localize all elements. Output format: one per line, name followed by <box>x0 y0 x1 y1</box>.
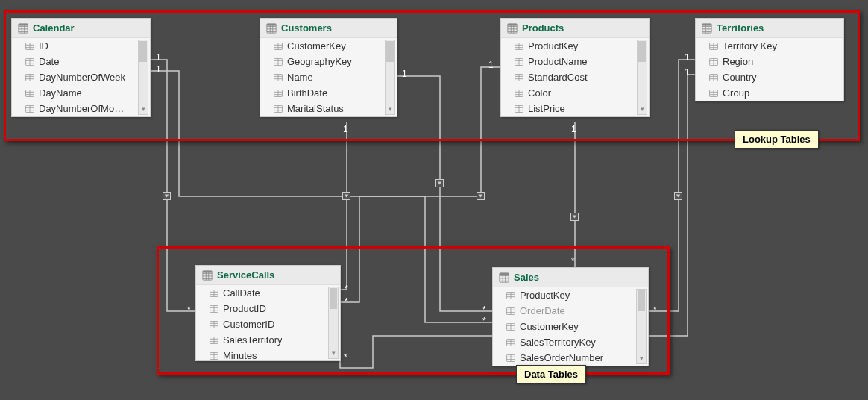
field-row[interactable]: ProductID <box>196 301 340 316</box>
field-row[interactable]: CallDate <box>196 285 340 301</box>
field-label: ListPrice <box>528 103 565 114</box>
field-row[interactable]: StandardCost <box>501 69 649 85</box>
field-row[interactable]: ProductKey <box>501 38 649 54</box>
field-label: Country <box>723 72 757 83</box>
filter-direction-icon <box>674 192 682 200</box>
field-row[interactable]: BirthDate <box>260 85 397 101</box>
column-icon <box>274 58 283 66</box>
column-icon <box>515 105 523 113</box>
card-many: * <box>345 296 348 307</box>
column-icon <box>210 337 218 344</box>
field-label: StandardCost <box>528 72 588 83</box>
field-row[interactable]: SalesTerritory <box>196 332 340 348</box>
field-row[interactable]: CustomerID <box>196 316 340 332</box>
table-icon <box>202 270 213 281</box>
column-icon <box>210 321 218 328</box>
table-icon <box>507 23 518 34</box>
field-label: DayName <box>39 87 82 99</box>
column-icon <box>506 354 515 362</box>
table-calendar[interactable]: Calendar ID Date DayNumberOfWeek DayName… <box>11 18 151 117</box>
table-territories-title: Territories <box>717 22 764 34</box>
field-row[interactable]: Color <box>501 85 649 101</box>
column-icon <box>25 105 34 113</box>
table-sales-header: Sales <box>493 268 648 287</box>
column-icon <box>709 58 718 66</box>
card-many: * <box>653 304 657 315</box>
table-products[interactable]: Products ProductKey ProductName Standard… <box>500 18 650 117</box>
field-row[interactable]: ID <box>12 38 150 54</box>
card-many: * <box>187 304 191 315</box>
column-icon <box>506 323 515 331</box>
filter-direction-icon <box>435 179 444 187</box>
field-row[interactable]: SalesOrderNumber <box>493 350 648 366</box>
field-row[interactable]: GeographyKey <box>260 54 397 69</box>
field-row[interactable]: Name <box>260 69 397 85</box>
column-icon <box>25 58 34 66</box>
field-row[interactable]: CustomerKey <box>260 38 397 54</box>
field-row[interactable]: OrderDate <box>493 303 648 319</box>
field-row[interactable]: Group <box>696 85 843 101</box>
table-icon <box>702 23 712 34</box>
table-customers-header: Customers <box>260 19 397 38</box>
column-icon <box>506 292 515 299</box>
field-label: CustomerKey <box>287 40 346 51</box>
table-territories[interactable]: Territories Territory Key Region Country… <box>695 18 844 101</box>
scrollbar[interactable]: ▾ <box>637 40 647 115</box>
field-row[interactable]: DayName <box>12 85 150 101</box>
table-icon <box>266 23 277 34</box>
table-sales[interactable]: Sales ProductKey OrderDate CustomerKey S… <box>492 267 649 366</box>
column-icon <box>274 105 283 113</box>
column-icon <box>274 74 283 81</box>
field-row[interactable]: Territory Key <box>696 38 843 54</box>
lookup-tables-label: Lookup Tables <box>735 130 819 149</box>
field-label: SalesTerritoryKey <box>520 337 596 348</box>
field-label: Date <box>39 56 59 67</box>
column-icon <box>274 90 283 97</box>
field-row[interactable]: MaritalStatus <box>260 101 397 116</box>
table-calendar-header: Calendar <box>12 19 150 38</box>
table-sales-title: Sales <box>514 272 539 283</box>
field-row[interactable]: Date <box>12 54 150 69</box>
data-tables-label: Data Tables <box>516 365 586 384</box>
field-row[interactable]: Region <box>696 54 843 69</box>
field-label: MaritalStatus <box>287 103 344 114</box>
scrollbar[interactable]: ▾ <box>328 287 339 359</box>
table-icon <box>18 23 28 34</box>
card-1: 1 <box>685 52 690 63</box>
field-label: CallDate <box>223 287 260 299</box>
card-1: 1 <box>343 124 348 134</box>
filter-direction-icon <box>163 192 171 200</box>
field-label: ProductKey <box>528 40 578 51</box>
column-icon <box>515 90 523 97</box>
scrollbar[interactable]: ▾ <box>385 40 395 115</box>
field-row[interactable]: CustomerKey <box>493 319 648 334</box>
field-row[interactable]: SalesTerritoryKey <box>493 334 648 350</box>
field-label: GeographyKey <box>287 56 352 67</box>
field-row[interactable]: Minutes <box>196 348 340 360</box>
table-territories-header: Territories <box>696 19 843 38</box>
field-row[interactable]: ProductName <box>501 54 649 69</box>
table-servicecalls[interactable]: ServiceCalls CallDate ProductID Customer… <box>195 265 341 361</box>
field-row[interactable]: ProductKey <box>493 287 648 303</box>
field-row[interactable]: Country <box>696 69 843 85</box>
column-icon <box>515 43 523 50</box>
column-icon <box>25 90 34 97</box>
field-label: Minutes <box>223 350 257 360</box>
card-1: 1 <box>156 64 161 75</box>
filter-direction-icon <box>477 192 485 200</box>
field-label: CustomerID <box>223 319 274 330</box>
field-label: Group <box>723 87 749 99</box>
scrollbar[interactable]: ▾ <box>636 289 647 364</box>
field-label: DayNumberOfWeek <box>39 72 125 83</box>
field-label: ProductKey <box>520 290 570 301</box>
field-row[interactable]: ListPrice <box>501 101 649 116</box>
table-calendar-title: Calendar <box>33 22 75 34</box>
field-row[interactable]: DayNumberOfWeek <box>12 69 150 85</box>
table-products-title: Products <box>522 22 564 34</box>
column-icon <box>274 43 283 50</box>
scrollbar[interactable]: ▾ <box>138 40 148 115</box>
card-1: 1 <box>571 124 576 134</box>
field-row[interactable]: DayNumberOfMo… <box>12 101 150 116</box>
table-servicecalls-title: ServiceCalls <box>217 269 274 281</box>
table-customers[interactable]: Customers CustomerKey GeographyKey Name … <box>260 18 397 117</box>
